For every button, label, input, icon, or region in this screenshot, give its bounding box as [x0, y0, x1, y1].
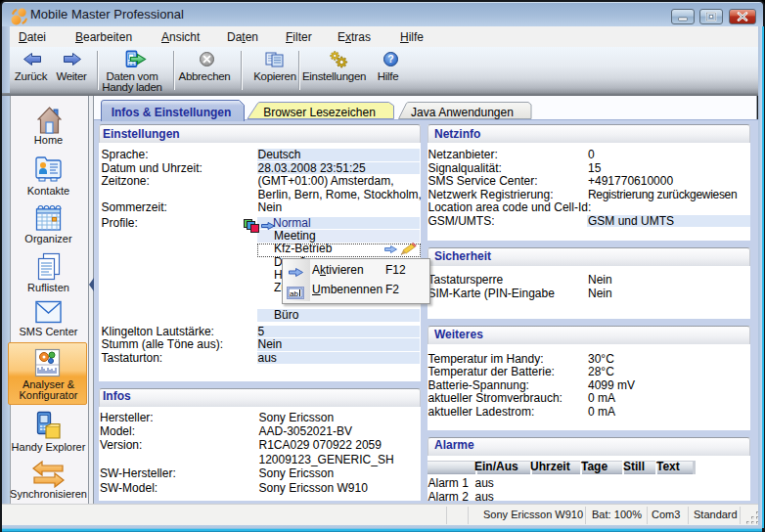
- svg-text:?: ?: [387, 53, 393, 65]
- svg-text:ab: ab: [290, 289, 298, 298]
